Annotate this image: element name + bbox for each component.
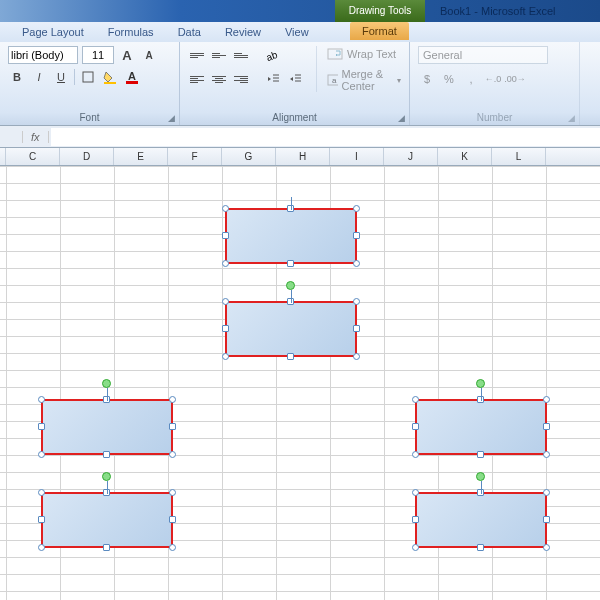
resize-handle-w[interactable] [38,516,45,523]
orientation-button[interactable]: ab [264,46,282,64]
resize-handle-ne[interactable] [543,396,550,403]
resize-handle-ne[interactable] [169,489,176,496]
shape-rectangle[interactable] [225,301,357,357]
shape-rectangle[interactable] [415,492,547,548]
resize-handle-se[interactable] [169,451,176,458]
resize-handle-w[interactable] [222,325,229,332]
resize-handle-e[interactable] [543,423,550,430]
tab-review[interactable]: Review [213,26,273,38]
rotation-handle[interactable] [102,472,111,481]
column-header-J[interactable]: J [384,148,438,165]
tab-page-layout[interactable]: Page Layout [10,26,96,38]
tab-view[interactable]: View [273,26,321,38]
resize-handle-se[interactable] [169,544,176,551]
shape-rectangle[interactable] [41,492,173,548]
column-header-K[interactable]: K [438,148,492,165]
resize-handle-e[interactable] [169,423,176,430]
decrease-indent-button[interactable] [264,70,282,88]
column-header-H[interactable]: H [276,148,330,165]
align-center-button[interactable] [210,70,228,88]
fill-color-button[interactable] [101,68,119,86]
percent-button[interactable]: % [440,70,458,88]
resize-handle-nw[interactable] [222,205,229,212]
font-dialog-launcher[interactable]: ◢ [168,113,175,123]
resize-handle-sw[interactable] [412,544,419,551]
decrease-decimal-button[interactable]: .00→ [506,70,524,88]
align-right-button[interactable] [232,70,250,88]
rotation-handle[interactable] [476,472,485,481]
resize-handle-ne[interactable] [353,205,360,212]
grow-font-button[interactable]: A [118,46,136,64]
resize-handle-se[interactable] [353,353,360,360]
merge-center-button[interactable]: a Merge & Center ▾ [327,68,401,92]
resize-handle-sw[interactable] [222,260,229,267]
number-format-combo[interactable]: General [418,46,548,64]
worksheet-grid[interactable]: CDEFGHIJKL [0,148,600,600]
currency-button[interactable]: $ [418,70,436,88]
font-name-combo[interactable] [8,46,78,64]
resize-handle-se[interactable] [543,451,550,458]
formula-input[interactable] [51,128,600,146]
column-header-F[interactable]: F [168,148,222,165]
resize-handle-sw[interactable] [412,451,419,458]
resize-handle-s[interactable] [477,544,484,551]
resize-handle-e[interactable] [169,516,176,523]
wrap-text-button[interactable]: Wrap Text [327,46,401,62]
resize-handle-s[interactable] [477,451,484,458]
resize-handle-w[interactable] [222,232,229,239]
shrink-font-button[interactable]: A [140,46,158,64]
resize-handle-s[interactable] [287,353,294,360]
resize-handle-ne[interactable] [353,298,360,305]
resize-handle-se[interactable] [543,544,550,551]
shape-rectangle[interactable] [415,399,547,455]
italic-button[interactable]: I [30,68,48,86]
rotation-handle[interactable] [476,379,485,388]
resize-handle-w[interactable] [38,423,45,430]
tab-format[interactable]: Format [350,22,409,40]
underline-button[interactable]: U [52,68,70,86]
font-size-combo[interactable] [82,46,114,64]
column-header-I[interactable]: I [330,148,384,165]
align-top-button[interactable] [188,46,206,64]
insert-function-button[interactable]: fx [22,131,49,143]
resize-handle-s[interactable] [287,260,294,267]
font-color-button[interactable]: A [123,68,141,86]
increase-decimal-button[interactable]: ←.0 [484,70,502,88]
align-left-button[interactable] [188,70,206,88]
resize-handle-sw[interactable] [38,451,45,458]
resize-handle-nw[interactable] [222,298,229,305]
rotation-handle[interactable] [102,379,111,388]
resize-handle-se[interactable] [353,260,360,267]
resize-handle-w[interactable] [412,516,419,523]
resize-handle-ne[interactable] [543,489,550,496]
number-dialog-launcher[interactable]: ◢ [568,113,575,123]
shape-rectangle[interactable] [225,208,357,264]
resize-handle-nw[interactable] [412,396,419,403]
increase-indent-button[interactable] [286,70,304,88]
resize-handle-s[interactable] [103,451,110,458]
shape-rectangle[interactable] [41,399,173,455]
resize-handle-nw[interactable] [38,489,45,496]
column-header-E[interactable]: E [114,148,168,165]
resize-handle-w[interactable] [412,423,419,430]
align-middle-button[interactable] [210,46,228,64]
resize-handle-sw[interactable] [38,544,45,551]
border-button[interactable] [79,68,97,86]
resize-handle-nw[interactable] [412,489,419,496]
resize-handle-sw[interactable] [222,353,229,360]
tab-data[interactable]: Data [166,26,213,38]
resize-handle-ne[interactable] [169,396,176,403]
align-bottom-button[interactable] [232,46,250,64]
resize-handle-e[interactable] [353,232,360,239]
column-header-L[interactable]: L [492,148,546,165]
bold-button[interactable]: B [8,68,26,86]
resize-handle-e[interactable] [543,516,550,523]
rotation-handle[interactable] [286,281,295,290]
comma-button[interactable]: , [462,70,480,88]
column-header-C[interactable]: C [6,148,60,165]
resize-handle-e[interactable] [353,325,360,332]
tab-formulas[interactable]: Formulas [96,26,166,38]
resize-handle-s[interactable] [103,544,110,551]
column-header-G[interactable]: G [222,148,276,165]
column-header-D[interactable]: D [60,148,114,165]
